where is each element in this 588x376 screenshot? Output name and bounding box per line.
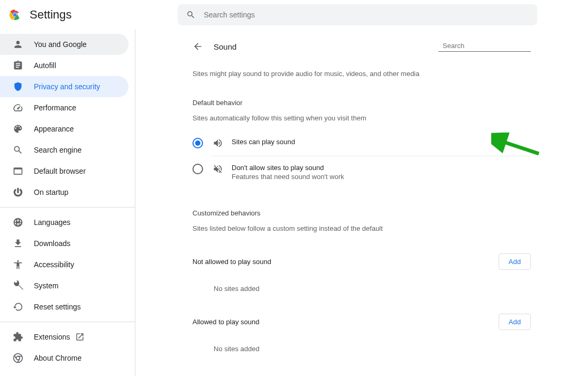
volume-off-icon bbox=[213, 164, 223, 174]
speed-icon bbox=[13, 102, 23, 113]
not-allowed-label: Not allowed to play sound bbox=[192, 258, 499, 266]
person-icon bbox=[13, 39, 23, 50]
sidebar-item-label: Appearance bbox=[34, 125, 74, 133]
search-settings-box[interactable] bbox=[178, 4, 537, 25]
sidebar: You and Google Autofill Privacy and secu… bbox=[0, 30, 135, 376]
sidebar-item-appearance[interactable]: Appearance bbox=[0, 118, 128, 139]
sidebar-divider bbox=[0, 207, 135, 208]
assignment-icon bbox=[13, 60, 23, 71]
content-area: Sound Sites might play sound to provide … bbox=[135, 30, 588, 376]
sidebar-item-on-startup[interactable]: On startup bbox=[0, 182, 128, 203]
allowed-label: Allowed to play sound bbox=[192, 318, 499, 326]
chrome-logo-icon bbox=[8, 8, 21, 21]
sidebar-item-label: Reset settings bbox=[34, 303, 81, 311]
sidebar-item-search-engine[interactable]: Search engine bbox=[0, 139, 128, 161]
sidebar-item-performance[interactable]: Performance bbox=[0, 97, 128, 118]
search-icon bbox=[186, 10, 196, 20]
palette-icon bbox=[13, 124, 23, 134]
default-behavior-subtitle: Sites automatically follow this setting … bbox=[192, 114, 531, 122]
no-sites-not-allowed: No sites added bbox=[214, 285, 531, 293]
app-header: Settings bbox=[0, 0, 588, 30]
radio-label: Don't allow sites to play sound bbox=[232, 164, 344, 172]
allowed-section: Allowed to play sound Add bbox=[192, 314, 531, 330]
add-allowed-button[interactable]: Add bbox=[499, 314, 531, 330]
sidebar-item-you-and-google[interactable]: You and Google bbox=[0, 34, 128, 55]
header-title: Settings bbox=[30, 8, 72, 22]
extension-icon bbox=[13, 332, 23, 342]
customized-behaviors-title: Customized behaviors bbox=[192, 209, 531, 217]
svg-point-2 bbox=[13, 13, 17, 16]
sidebar-item-label: Autofill bbox=[34, 61, 56, 70]
sidebar-item-label: Default browser bbox=[34, 167, 86, 175]
default-behavior-options: Sites can play sound Don't allow sites t… bbox=[192, 130, 531, 188]
browser-icon bbox=[13, 166, 23, 176]
sidebar-divider bbox=[0, 322, 135, 322]
sidebar-item-autofill[interactable]: Autofill bbox=[0, 55, 128, 76]
shield-icon bbox=[13, 81, 23, 92]
sidebar-item-accessibility[interactable]: Accessibility bbox=[0, 254, 128, 275]
sidebar-item-privacy-security[interactable]: Privacy and security bbox=[0, 76, 128, 97]
restore-icon bbox=[13, 302, 23, 312]
sidebar-item-label: Downloads bbox=[34, 239, 70, 248]
back-arrow-icon[interactable] bbox=[192, 41, 203, 52]
radio-button-unselected[interactable] bbox=[192, 164, 203, 174]
sidebar-item-downloads[interactable]: Downloads bbox=[0, 233, 128, 254]
power-icon bbox=[13, 187, 23, 198]
sidebar-item-label: Performance bbox=[34, 104, 76, 112]
not-allowed-section: Not allowed to play sound Add bbox=[192, 253, 531, 270]
sidebar-item-label: Languages bbox=[34, 218, 70, 227]
chrome-icon bbox=[13, 353, 23, 363]
sidebar-item-languages[interactable]: Languages bbox=[0, 212, 128, 233]
radio-sublabel: Features that need sound won't work bbox=[232, 173, 344, 181]
panel-title: Sound bbox=[214, 42, 236, 51]
accessibility-icon bbox=[13, 259, 23, 270]
sound-settings-panel: Sound Sites might play sound to provide … bbox=[182, 30, 541, 376]
sidebar-item-extensions[interactable]: Extensions bbox=[0, 326, 128, 347]
search-settings-input[interactable] bbox=[204, 11, 529, 19]
sidebar-item-label: Search engine bbox=[34, 146, 81, 154]
search-icon bbox=[13, 145, 23, 155]
add-not-allowed-button[interactable]: Add bbox=[499, 253, 531, 270]
radio-label: Sites can play sound bbox=[232, 138, 295, 146]
sidebar-item-label: On startup bbox=[34, 188, 68, 196]
open-in-new-icon bbox=[75, 332, 85, 342]
radio-option-allow-sound[interactable]: Sites can play sound bbox=[192, 130, 531, 156]
default-behavior-title: Default behavior bbox=[192, 99, 531, 107]
panel-search-box[interactable] bbox=[438, 42, 531, 52]
sidebar-item-label: Privacy and security bbox=[34, 82, 100, 91]
panel-search-input[interactable] bbox=[443, 42, 531, 50]
panel-header: Sound bbox=[192, 30, 531, 63]
sidebar-item-reset[interactable]: Reset settings bbox=[0, 296, 128, 317]
sidebar-item-system[interactable]: System bbox=[0, 275, 128, 296]
sidebar-item-label: Accessibility bbox=[34, 260, 74, 269]
volume-up-icon bbox=[213, 138, 223, 148]
panel-description: Sites might play sound to provide audio … bbox=[192, 70, 531, 78]
globe-icon bbox=[13, 217, 23, 228]
sidebar-item-label: About Chrome bbox=[34, 354, 81, 362]
radio-button-selected[interactable] bbox=[192, 138, 203, 148]
sidebar-item-about-chrome[interactable]: About Chrome bbox=[0, 347, 128, 369]
sidebar-item-label: Extensions bbox=[34, 333, 70, 341]
no-sites-allowed: No sites added bbox=[214, 345, 531, 353]
build-icon bbox=[13, 280, 23, 291]
customized-behaviors-subtitle: Sites listed below follow a custom setti… bbox=[192, 224, 531, 232]
sidebar-item-label: You and Google bbox=[34, 40, 87, 49]
sidebar-item-label: System bbox=[34, 281, 59, 290]
radio-option-block-sound[interactable]: Don't allow sites to play sound Features… bbox=[192, 156, 531, 188]
sidebar-item-default-browser[interactable]: Default browser bbox=[0, 161, 128, 182]
download-icon bbox=[13, 238, 23, 249]
